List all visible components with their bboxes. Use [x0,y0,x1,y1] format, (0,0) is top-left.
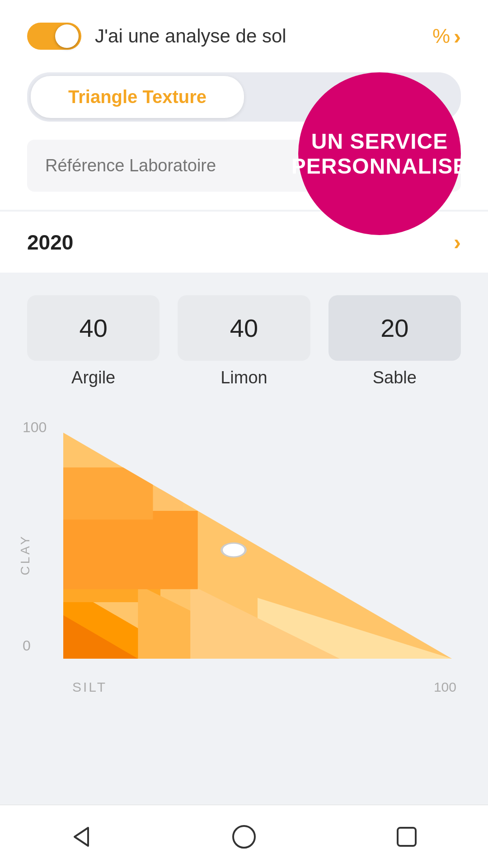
tab-saisir[interactable]: Saisir [244,76,457,118]
top-section: J'ai une analyse de sol % › Triangle Tex… [0,0,488,210]
argile-value: 40 [80,313,108,343]
nav-bar [0,805,488,868]
home-icon [230,823,258,850]
value-card-limon: 40 Limon [178,295,310,387]
tab-bar: Triangle Texture Saisir [27,72,461,122]
value-card-sable: 20 Sable [328,295,461,387]
year-value: 2020 [27,230,73,255]
toggle-left: J'ai une analyse de sol [27,23,286,50]
data-point-dot[interactable] [222,543,246,557]
zone-clay-loam [63,511,198,589]
back-button[interactable] [63,819,99,855]
chart-section: 100 0 CLAY [0,415,488,713]
chart-y-bottom-label: 0 [23,637,31,654]
tab-triangle-texture[interactable]: Triangle Texture [31,76,244,118]
svg-marker-1 [75,828,88,846]
argile-label: Argile [71,368,115,387]
chart-x-axis-row: SILT 100 [63,679,470,695]
chart-x-right-label: 100 [434,679,456,695]
year-chevron-icon[interactable]: › [454,230,461,255]
argile-box: 40 [27,295,160,361]
chart-y-top-label: 100 [23,419,47,436]
main-content: UN SERVICE PERSONNALISE J'ai une analyse… [0,0,488,805]
soil-analysis-toggle[interactable] [27,23,81,50]
chart-svg-area[interactable] [63,433,452,659]
home-button[interactable] [226,819,262,855]
value-card-argile: 40 Argile [27,295,160,387]
chart-container: 100 0 CLAY [18,415,470,695]
percent-label: % [432,25,450,47]
toggle-label: J'ai une analyse de sol [95,25,286,47]
clay-axis-label: CLAY [18,534,33,575]
toggle-knob [55,24,79,48]
recents-button[interactable] [389,819,425,855]
limon-value: 40 [230,313,258,343]
silt-axis-label: SILT [72,679,107,695]
values-section: 40 Argile 40 Limon 20 Sable [0,273,488,415]
svg-point-2 [233,826,255,848]
reference-laboratoire-input[interactable] [27,140,461,192]
values-grid: 40 Argile 40 Limon 20 Sable [27,295,461,387]
back-icon [68,823,95,850]
percent-nav[interactable]: % › [432,24,461,49]
sable-value: 20 [380,313,408,343]
zone-silty-clay [63,467,153,519]
year-section: 2020 › [0,212,488,273]
recents-icon [393,823,420,850]
limon-label: Limon [221,368,267,387]
limon-box: 40 [178,295,310,361]
toggle-row: J'ai une analyse de sol % › [27,23,461,50]
sable-label: Sable [373,368,417,387]
triangle-svg [63,433,452,659]
svg-rect-3 [398,828,416,846]
sable-box: 20 [328,295,461,361]
chevron-right-icon: › [454,24,461,49]
